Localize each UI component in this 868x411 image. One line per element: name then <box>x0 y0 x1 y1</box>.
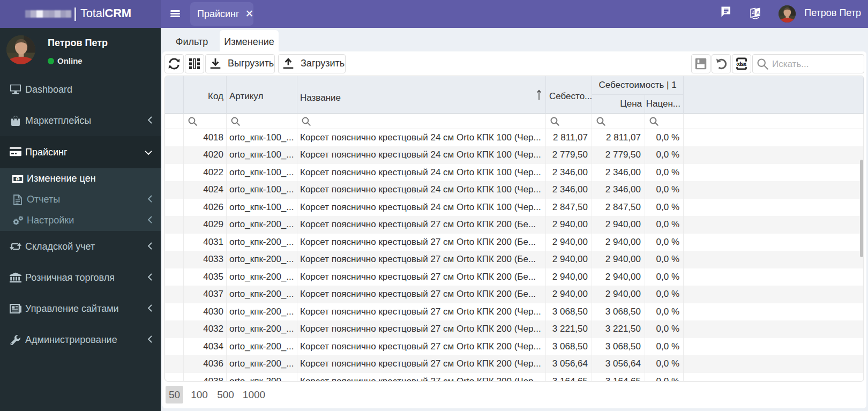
svg-text:xlsx: xlsx <box>737 61 746 67</box>
svg-text:1: 1 <box>17 176 19 181</box>
svg-text:A: A <box>756 10 760 16</box>
